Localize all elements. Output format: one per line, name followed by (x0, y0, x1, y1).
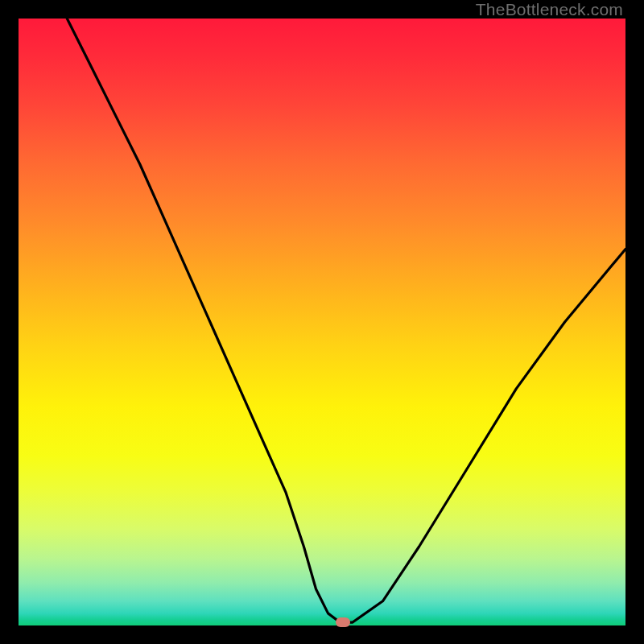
curve-path (67, 19, 625, 622)
chart-frame: TheBottleneck.com (0, 0, 644, 644)
watermark-text: TheBottleneck.com (476, 0, 623, 19)
minimum-marker (336, 617, 350, 627)
plot-area (19, 19, 625, 625)
bottleneck-curve (19, 19, 625, 625)
